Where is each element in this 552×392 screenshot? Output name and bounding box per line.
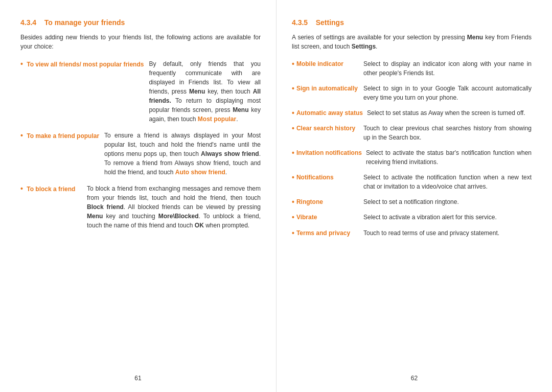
settings-desc-notifications: Select to activate the notification func… [363,173,532,191]
settings-desc-clear-search: Touch to clear previous chat searches hi… [363,124,532,142]
settings-term-terms-privacy: • Terms and privacy [292,228,363,238]
settings-dot-8: • [292,213,294,222]
right-section-number: 4.3.5 [292,18,308,27]
settings-desc-sign-in: Select to sign in to your Google Talk ac… [363,84,532,102]
settings-row-clear-search: • Clear search history Touch to clear pr… [292,124,532,142]
bullet-desc-block-friend: To block a friend from exchanging messag… [87,184,261,230]
settings-desc-automatic-away: Select to set status as Away when the sc… [367,108,532,118]
left-page-number: 61 [134,375,141,382]
settings-dot-9: • [292,228,294,238]
bullet-dot-3: • [20,185,23,193]
settings-term-clear-search: • Clear search history [292,124,363,133]
settings-row-invitation-notifications: • Invitation notifications Select to act… [292,148,532,167]
settings-desc-mobile-indicator: Select to display an indicator icon alon… [363,59,532,78]
settings-dot-2: • [292,84,294,93]
settings-term-mobile-indicator: • Mobile indicator [292,59,363,68]
left-section-number: 4.3.4 [20,18,36,27]
settings-dot-5: • [292,148,294,157]
settings-term-sign-in: • Sign in automatically [292,84,363,93]
settings-row-notifications: • Notifications Select to activate the n… [292,173,532,191]
bullet-item-view-friends: • To view all friends/ most popular frie… [20,59,261,124]
settings-term-automatic-away: • Automatic away status [292,108,367,118]
settings-dot-6: • [292,173,294,182]
left-intro: Besides adding new friends to your frien… [20,33,261,51]
settings-row-sign-in: • Sign in automatically Select to sign i… [292,84,532,102]
right-section-heading: Settings [316,18,344,27]
right-page: 4.3.5 Settings A series of settings are … [276,0,552,392]
settings-dot-3: • [292,108,294,118]
bullet-dot-2: • [20,131,23,140]
bullet-desc-make-popular: To ensure a friend is always displayed i… [104,131,261,177]
bullet-term-make-popular: • To make a friend popular [20,131,104,141]
settings-term-ringtone: • Ringtone [292,197,363,206]
settings-desc-vibrate: Select to activate a vibration alert for… [363,213,532,222]
settings-dot-4: • [292,124,294,133]
settings-row-ringtone: • Ringtone Select to set a notification … [292,197,532,206]
settings-dot-1: • [292,59,294,68]
settings-term-vibrate: • Vibrate [292,213,363,222]
settings-term-notifications: • Notifications [292,173,363,182]
left-bullet-list: • To view all friends/ most popular frie… [20,59,261,237]
settings-table: • Mobile indicator Select to display an … [292,59,532,244]
page-container: 4.3.4 To manage your friends Besides add… [0,0,552,392]
bullet-term-view-friends: • To view all friends/ most popular frie… [20,59,149,70]
settings-desc-terms-privacy: Touch to read terms of use and privacy s… [363,228,532,238]
bullet-item-make-popular: • To make a friend popular To ensure a f… [20,131,261,177]
right-intro: A series of settings are available for y… [292,33,532,51]
settings-row-terms-privacy: • Terms and privacy Touch to read terms … [292,228,532,238]
bullet-dot-1: • [20,60,23,68]
bullet-desc-view-friends: By default, only friends that you freque… [149,59,261,124]
right-page-number: 62 [411,375,418,382]
settings-row-mobile-indicator: • Mobile indicator Select to display an … [292,59,532,78]
settings-row-vibrate: • Vibrate Select to activate a vibration… [292,213,532,222]
left-page: 4.3.4 To manage your friends Besides add… [0,0,276,392]
bullet-term-block-friend: • To block a friend [20,184,87,194]
settings-term-invitation-notifications: • Invitation notifications [292,148,366,157]
settings-desc-ringtone: Select to set a notification ringtone. [363,197,532,206]
left-section-heading: To manage your friends [44,18,125,27]
settings-desc-invitation-notifications: Select to activate the status bar's noti… [366,148,532,167]
bullet-item-block-friend: • To block a friend To block a friend fr… [20,184,261,230]
right-section-title: 4.3.5 Settings [292,18,532,27]
settings-dot-7: • [292,197,294,206]
settings-row-automatic-away: • Automatic away status Select to set st… [292,108,532,118]
left-section-title: 4.3.4 To manage your friends [20,18,261,27]
